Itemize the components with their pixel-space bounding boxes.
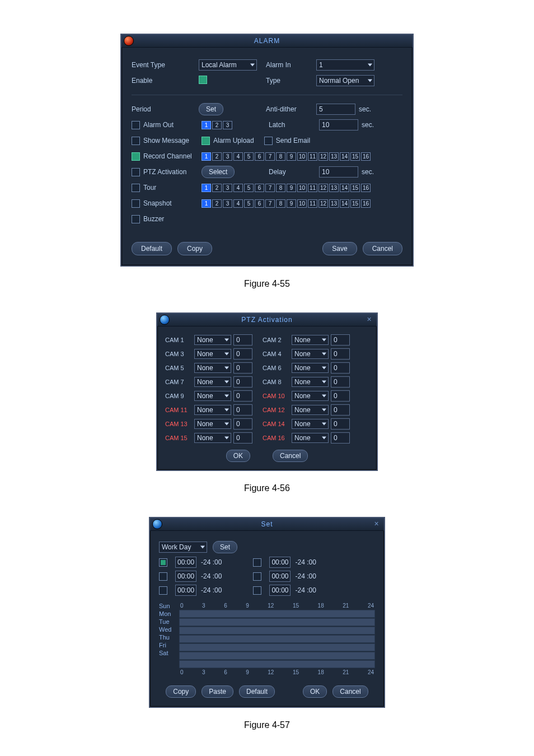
select-ptz-preset[interactable]: None (194, 349, 231, 359)
channel-chip[interactable]: 4 (233, 199, 243, 208)
channel-chip[interactable]: 12 (318, 152, 328, 161)
input-time[interactable]: 00 :00 (175, 585, 196, 596)
button-ptz-ok[interactable]: OK (226, 450, 250, 462)
channel-chip[interactable]: 2 (212, 184, 222, 192)
input-ptz-preset-number[interactable]: 0 (233, 432, 252, 444)
channel-chip[interactable]: 1 (202, 184, 211, 192)
button-save[interactable]: Save (322, 242, 357, 255)
select-ptz-preset[interactable]: None (194, 363, 231, 373)
input-ptz-preset-number[interactable]: 0 (331, 390, 350, 402)
select-ptz-preset[interactable]: None (292, 419, 329, 429)
channel-chip[interactable]: 11 (308, 184, 317, 192)
input-time[interactable]: 00 :00 (175, 557, 196, 568)
input-time[interactable]: 00 :00 (269, 571, 291, 582)
channel-chip[interactable]: 8 (276, 152, 285, 161)
channel-chip[interactable]: 16 (361, 152, 371, 161)
button-workday-set[interactable]: Set (213, 541, 237, 553)
checkbox-ptz-activation[interactable] (132, 168, 140, 176)
select-ptz-preset[interactable]: None (292, 363, 329, 373)
schedule-bar[interactable] (179, 610, 375, 618)
input-ptz-preset-number[interactable]: 0 (233, 390, 252, 402)
channel-chip[interactable]: 3 (223, 184, 232, 192)
input-ptz-preset-number[interactable]: 0 (233, 362, 252, 374)
channel-chip[interactable]: 12 (318, 184, 328, 192)
channel-chip[interactable]: 13 (329, 152, 339, 161)
channel-chip[interactable]: 4 (233, 184, 243, 192)
channel-chip[interactable]: 5 (244, 152, 254, 161)
schedule-bar[interactable] (179, 635, 375, 643)
channel-chip[interactable]: 10 (297, 199, 307, 208)
schedule-bar[interactable] (179, 643, 375, 651)
select-ptz-preset[interactable]: None (292, 335, 329, 345)
channel-chip[interactable]: 3 (223, 199, 232, 208)
channel-chip[interactable]: 2 (212, 152, 222, 161)
input-ptz-preset-number[interactable]: 0 (233, 404, 252, 416)
channel-chip[interactable]: 3 (223, 152, 232, 161)
channel-chip[interactable]: 9 (287, 199, 296, 208)
select-ptz-preset[interactable]: None (194, 335, 231, 345)
checkbox-alarm-upload[interactable] (202, 137, 210, 145)
channel-chip[interactable]: 1 (202, 121, 211, 129)
input-delay[interactable]: 10 (319, 166, 358, 178)
channel-chip[interactable]: 15 (350, 184, 360, 192)
channel-chip[interactable]: 2 (212, 199, 222, 208)
channel-chip[interactable]: 1 (202, 152, 211, 161)
input-ptz-preset-number[interactable]: 0 (331, 362, 350, 374)
button-set-ok[interactable]: OK (303, 685, 327, 698)
channel-chip[interactable]: 14 (340, 184, 349, 192)
schedule-bar[interactable] (179, 652, 375, 660)
button-copy[interactable]: Copy (177, 242, 212, 255)
select-event-type[interactable]: Local Alarm (199, 59, 257, 71)
button-cancel[interactable]: Cancel (363, 242, 402, 255)
select-ptz-preset[interactable]: None (194, 419, 231, 429)
channel-chip[interactable]: 5 (244, 199, 254, 208)
button-set-default[interactable]: Default (239, 685, 275, 698)
button-ptz-cancel[interactable]: Cancel (273, 450, 308, 462)
input-ptz-preset-number[interactable]: 0 (331, 348, 350, 360)
channel-chip[interactable]: 6 (255, 199, 264, 208)
checkbox-buzzer[interactable] (132, 215, 140, 223)
checkbox-time-range[interactable] (159, 558, 167, 567)
channel-chip[interactable]: 9 (287, 184, 296, 192)
schedule-bar[interactable] (179, 660, 375, 668)
input-ptz-preset-number[interactable]: 0 (331, 334, 350, 346)
channel-chip[interactable]: 10 (297, 184, 307, 192)
checkbox-time-range[interactable] (253, 586, 261, 595)
channel-chip[interactable]: 3 (223, 121, 232, 129)
channel-chip[interactable]: 9 (287, 152, 296, 161)
channel-chip[interactable]: 7 (265, 199, 275, 208)
channel-chip[interactable]: 16 (361, 199, 371, 208)
checkbox-alarm-out[interactable] (132, 121, 140, 129)
channel-chip[interactable]: 4 (233, 152, 243, 161)
input-ptz-preset-number[interactable]: 0 (331, 432, 350, 444)
button-set-copy[interactable]: Copy (166, 685, 196, 698)
channel-chip[interactable]: 11 (308, 199, 317, 208)
button-set-paste[interactable]: Paste (202, 685, 233, 698)
select-type[interactable]: Normal Open (316, 75, 374, 86)
select-ptz-preset[interactable]: None (194, 433, 231, 443)
select-alarm-in[interactable]: 1 (316, 59, 374, 71)
select-ptz-preset[interactable]: None (292, 391, 329, 401)
button-default[interactable]: Default (132, 242, 172, 255)
select-ptz-preset[interactable]: None (292, 349, 329, 359)
channel-chip[interactable]: 1 (202, 199, 211, 208)
input-ptz-preset-number[interactable]: 0 (233, 376, 252, 388)
channel-chip[interactable]: 6 (255, 152, 264, 161)
input-anti-dither[interactable]: 5 (316, 104, 355, 115)
channel-chip[interactable]: 14 (340, 152, 349, 161)
schedule-bar[interactable] (179, 618, 375, 626)
channel-chip[interactable]: 10 (297, 152, 307, 161)
button-period-set[interactable]: Set (199, 103, 223, 115)
input-time[interactable]: 00 :00 (269, 557, 291, 568)
channel-chip[interactable]: 11 (308, 152, 317, 161)
channel-chip[interactable]: 8 (276, 199, 285, 208)
checkbox-record-channel[interactable] (132, 152, 140, 161)
close-icon[interactable]: × (373, 520, 381, 528)
schedule-bar[interactable] (179, 627, 375, 634)
checkbox-time-range[interactable] (253, 558, 261, 567)
channel-chip[interactable]: 8 (276, 184, 285, 192)
checkbox-snapshot[interactable] (132, 199, 140, 208)
checkbox-time-range[interactable] (159, 572, 167, 581)
select-ptz-preset[interactable]: None (292, 405, 329, 415)
channel-chip[interactable]: 6 (255, 184, 264, 192)
